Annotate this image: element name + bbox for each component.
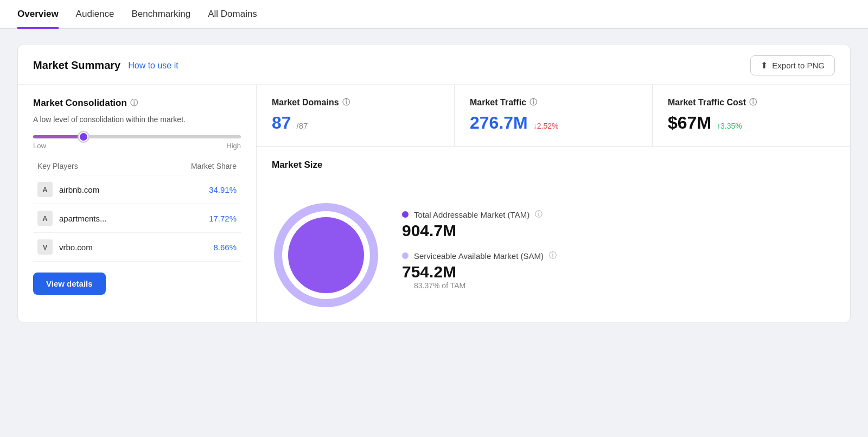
metric-traffic-value: 276.7M <box>470 113 528 133</box>
sam-label-row: Serviceable Available Market (SAM) ⓘ <box>402 251 835 261</box>
metric-market-domains: Market Domains ⓘ 87 /87 <box>257 85 455 146</box>
sam-value: 754.2M <box>402 263 835 281</box>
card-title: Market Summary <box>33 59 120 72</box>
col-players: Key Players <box>37 162 78 170</box>
metric-domains-value-row: 87 /87 <box>272 113 439 133</box>
metric-domains-label: Market Domains ⓘ <box>272 98 439 107</box>
slider-low-label: Low <box>33 142 46 150</box>
view-details-button[interactable]: View details <box>33 273 106 295</box>
metrics-row: Market Domains ⓘ 87 /87 Market Traffic ⓘ <box>257 85 850 147</box>
tab-audience[interactable]: Audience <box>76 0 114 29</box>
table-row: V vrbo.com 8.66% <box>33 233 241 262</box>
player-name: airbnb.com <box>59 185 209 194</box>
market-legend: Total Addressable Market (TAM) ⓘ 904.7M … <box>402 210 835 301</box>
tab-all-domains[interactable]: All Domains <box>208 0 257 29</box>
domains-info-icon[interactable]: ⓘ <box>342 98 350 107</box>
export-button[interactable]: ⬆ Export to PNG <box>750 55 835 75</box>
tam-legend-item: Total Addressable Market (TAM) ⓘ 904.7M <box>402 210 835 240</box>
slider-track <box>33 135 241 138</box>
table-row: A airbnb.com 34.91% <box>33 175 241 204</box>
how-to-use-link[interactable]: How to use it <box>128 61 178 71</box>
tam-label: Total Addressable Market (TAM) <box>414 210 529 219</box>
cost-info-icon[interactable]: ⓘ <box>749 98 757 107</box>
sam-sub: 83.37% of TAM <box>414 281 835 290</box>
metric-traffic-label: Market Traffic ⓘ <box>470 98 637 107</box>
sam-info-icon[interactable]: ⓘ <box>549 251 557 261</box>
market-summary-card: Market Summary How to use it ⬆ Export to… <box>17 44 851 323</box>
consolidation-info-icon[interactable]: ⓘ <box>130 98 138 108</box>
slider-thumb <box>79 132 88 142</box>
metric-traffic-value-row: 276.7M ↓2.52% <box>470 113 637 133</box>
svg-point-1 <box>288 217 364 293</box>
main-content: Market Summary How to use it ⬆ Export to… <box>0 29 868 338</box>
metric-market-traffic: Market Traffic ⓘ 276.7M ↓2.52% <box>455 85 653 146</box>
slider-high-label: High <box>226 142 241 150</box>
nav-tabs: Overview Audience Benchmarking All Domai… <box>0 0 868 29</box>
upload-icon: ⬆ <box>761 60 768 71</box>
card-body: Market Consolidation ⓘ A low level of co… <box>18 85 850 322</box>
avatar: V <box>37 239 53 255</box>
tam-label-row: Total Addressable Market (TAM) ⓘ <box>402 210 835 219</box>
table-row: A apartments... 17.72% <box>33 204 241 233</box>
left-panel: Market Consolidation ⓘ A low level of co… <box>18 85 257 322</box>
key-players-table: Key Players Market Share A airbnb.com 34… <box>33 162 241 262</box>
tab-overview[interactable]: Overview <box>17 0 59 29</box>
market-size-title: Market Size <box>257 147 850 170</box>
metric-market-traffic-cost: Market Traffic Cost ⓘ $67M ↑3.35% <box>653 85 850 146</box>
donut-chart <box>272 201 380 309</box>
slider-labels: Low High <box>33 142 241 150</box>
sam-legend-item: Serviceable Available Market (SAM) ⓘ 754… <box>402 251 835 290</box>
player-name: apartments... <box>59 214 209 223</box>
sam-label: Serviceable Available Market (SAM) <box>414 251 544 261</box>
consolidation-slider[interactable]: Low High <box>33 135 241 150</box>
card-header: Market Summary How to use it ⬆ Export to… <box>18 45 850 85</box>
consolidation-description: A low level of consolidation within the … <box>33 114 241 125</box>
player-share: 8.66% <box>213 243 237 252</box>
tam-info-icon[interactable]: ⓘ <box>535 210 542 219</box>
traffic-info-icon[interactable]: ⓘ <box>529 98 537 107</box>
metric-cost-value-row: $67M ↑3.35% <box>668 113 835 133</box>
tam-value: 904.7M <box>402 221 835 240</box>
tam-dot <box>402 211 409 218</box>
export-label: Export to PNG <box>772 61 825 70</box>
metric-cost-value: $67M <box>668 113 711 133</box>
player-name: vrbo.com <box>59 243 213 252</box>
metric-cost-change: ↑3.35% <box>717 122 742 130</box>
player-share: 34.91% <box>209 185 237 194</box>
metric-domains-sub: /87 <box>297 121 308 130</box>
metric-traffic-change: ↓2.52% <box>533 122 559 130</box>
metric-domains-value: 87 <box>272 113 291 133</box>
table-header: Key Players Market Share <box>33 162 241 175</box>
avatar: A <box>37 211 53 226</box>
metric-cost-label: Market Traffic Cost ⓘ <box>668 98 835 107</box>
avatar: A <box>37 182 53 197</box>
market-size-section: Market Size <box>257 147 850 322</box>
market-size-body: Total Addressable Market (TAM) ⓘ 904.7M … <box>257 170 850 322</box>
right-panel: Market Domains ⓘ 87 /87 Market Traffic ⓘ <box>257 85 850 322</box>
tab-benchmarking[interactable]: Benchmarking <box>132 0 191 29</box>
sam-dot <box>402 252 409 259</box>
consolidation-title: Market Consolidation ⓘ <box>33 98 241 109</box>
card-title-group: Market Summary How to use it <box>33 59 178 72</box>
player-share: 17.72% <box>209 214 237 223</box>
col-share: Market Share <box>191 162 237 170</box>
